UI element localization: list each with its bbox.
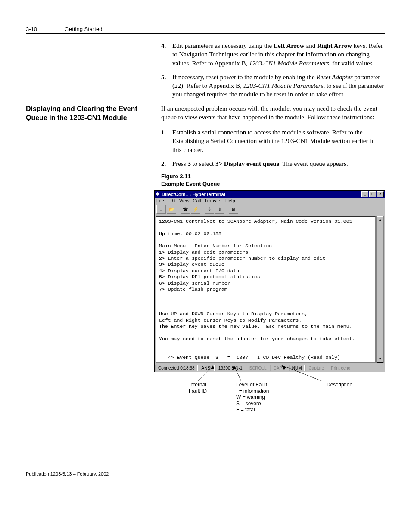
menu-item-view[interactable]: View xyxy=(179,198,190,203)
figure-label: Figure 3.11 Example Event Queue xyxy=(161,173,385,188)
figure-title: Example Event Queue xyxy=(161,180,220,187)
menubar[interactable]: FileEditViewCallTransferHelp xyxy=(155,198,385,204)
scroll-up-icon[interactable]: ▴ xyxy=(377,216,383,223)
list-item: 4.Edit parameters as necessary using the… xyxy=(161,41,385,68)
page-header: 3-10 Getting Started xyxy=(26,26,385,34)
status-emulation: ANSI xyxy=(199,365,215,371)
figure-annotations: InternalFault ID Level of FaultI = infor… xyxy=(154,372,385,411)
step-text: Edit parameters as necessary using the L… xyxy=(172,41,385,68)
menu-item-transfer[interactable]: Transfer xyxy=(204,198,222,203)
toolbar-open-icon[interactable]: 📂 xyxy=(167,205,176,214)
annotation-description: Description xyxy=(327,382,352,388)
side-heading: Displaying and Clearing the Event Queue … xyxy=(26,104,151,123)
step-text: Establish a serial connection to access … xyxy=(172,128,385,154)
terminal-output[interactable]: 1203-CN1 ControlNet to SCANport Adapter,… xyxy=(156,216,376,364)
list-item: 2.Press 3 to select 3> Display event que… xyxy=(161,159,385,168)
toolbar-receive-icon[interactable]: ⇧ xyxy=(215,205,224,214)
step-number: 5. xyxy=(161,73,172,99)
top-steps-list: 4.Edit parameters as necessary using the… xyxy=(161,41,385,99)
annotation-fault-id: InternalFault ID xyxy=(189,382,207,394)
toolbar-send-icon[interactable]: ⇩ xyxy=(205,205,214,214)
app-icon: ❖ xyxy=(156,191,160,197)
status-caps: CAPS xyxy=(270,365,288,371)
maximize-button[interactable]: □ xyxy=(369,191,376,197)
status-echo: Print echo xyxy=(328,365,353,371)
main-steps-list: 1.Establish a serial connection to acces… xyxy=(161,128,385,168)
annotation-level: Level of FaultI = informationW = warning… xyxy=(236,382,269,413)
toolbar: □ 📂 ☎ ⚡ ⇩ ⇧ 🗎 xyxy=(155,204,385,215)
footer-publication: Publication 1203-5.13 – February, 2002 xyxy=(26,471,385,476)
titlebar[interactable]: ❖ DirectCom1 - HyperTerminal _ □ × xyxy=(155,191,385,198)
hyperterminal-window: ❖ DirectCom1 - HyperTerminal _ □ × FileE… xyxy=(154,190,385,373)
list-item: 1.Establish a serial connection to acces… xyxy=(161,128,385,154)
statusbar: Connected 0:18:38 ANSI 19200 8-N-1 SCROL… xyxy=(155,364,385,372)
toolbar-properties-icon[interactable]: 🗎 xyxy=(229,205,238,214)
menu-item-call[interactable]: Call xyxy=(193,198,201,203)
scroll-down-icon[interactable]: ▾ xyxy=(377,356,383,363)
figure-number: Figure 3.11 xyxy=(161,173,191,180)
status-baud: 19200 8-N-1 xyxy=(215,365,246,371)
menu-item-edit[interactable]: Edit xyxy=(168,198,176,203)
intro-paragraph: If an unexpected problem occurs with the… xyxy=(161,104,385,122)
status-connected: Connected 0:18:38 xyxy=(155,365,198,371)
menu-item-file[interactable]: File xyxy=(156,198,164,203)
close-button[interactable]: × xyxy=(377,191,384,197)
section-name: Getting Started xyxy=(65,26,102,32)
window-title: DirectCom1 - HyperTerminal xyxy=(162,192,225,197)
toolbar-new-icon[interactable]: □ xyxy=(156,205,166,214)
list-item: 5.If necessary, reset power to the modul… xyxy=(161,73,385,99)
toolbar-connect-icon[interactable]: ☎ xyxy=(181,205,190,214)
minimize-button[interactable]: _ xyxy=(361,191,368,197)
status-capture: Capture xyxy=(305,365,327,371)
toolbar-disconnect-icon[interactable]: ⚡ xyxy=(191,205,200,214)
step-number: 4. xyxy=(161,41,172,68)
step-number: 1. xyxy=(161,128,172,154)
page-number: 3-10 xyxy=(26,26,65,32)
status-scroll: SCROLL xyxy=(246,365,269,371)
menu-item-help[interactable]: Help xyxy=(225,198,235,203)
step-text: If necessary, reset power to the module … xyxy=(172,73,385,99)
scrollbar[interactable]: ▴ ▾ xyxy=(376,216,384,364)
status-num: NUM xyxy=(289,365,305,371)
step-text: Press 3 to select 3> Display event queue… xyxy=(172,159,385,168)
step-number: 2. xyxy=(161,159,172,168)
